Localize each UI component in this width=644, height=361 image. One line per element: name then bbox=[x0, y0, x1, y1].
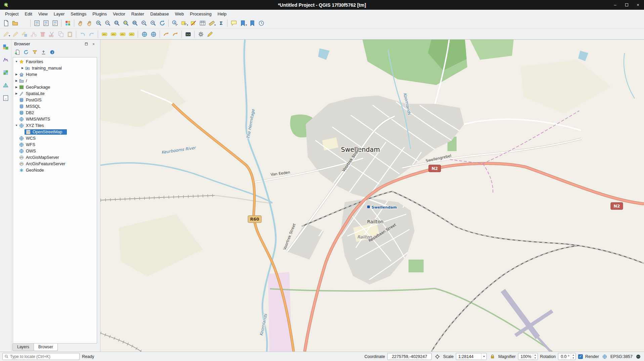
magnifier-spinbox[interactable]: 100% ▲▼ bbox=[518, 353, 538, 360]
open-project-button[interactable] bbox=[10, 19, 19, 28]
maximize-icon[interactable] bbox=[624, 2, 629, 8]
menu-settings[interactable]: Settings bbox=[68, 11, 89, 17]
spin-up-icon[interactable]: ▲ bbox=[571, 353, 575, 357]
menu-project[interactable]: Project bbox=[2, 11, 22, 17]
cut-features-button[interactable] bbox=[47, 30, 56, 39]
properties-widget-button[interactable] bbox=[48, 48, 56, 56]
refresh-browser-button[interactable] bbox=[22, 48, 30, 56]
zoom-in-button[interactable] bbox=[94, 19, 103, 28]
layer-labeling-button[interactable] bbox=[100, 30, 109, 39]
tree-item-geopackage[interactable]: ▶GeoPackage bbox=[13, 84, 97, 90]
map-tips-button[interactable] bbox=[229, 19, 238, 28]
rotation-spinbox[interactable]: 0.0 ° ▲▼ bbox=[558, 353, 576, 360]
menu-database[interactable]: Database bbox=[147, 11, 172, 17]
metasearch-button[interactable] bbox=[140, 30, 149, 39]
undo-button[interactable] bbox=[78, 30, 87, 39]
tree-item-root[interactable]: ▶/ bbox=[13, 78, 97, 84]
spin-up-icon[interactable]: ▲ bbox=[533, 353, 538, 357]
extents-toggle-button[interactable] bbox=[434, 353, 441, 360]
panel-float-button[interactable] bbox=[84, 42, 88, 46]
delete-selected-button[interactable] bbox=[38, 30, 47, 39]
expand-arrow-icon[interactable]: ▶ bbox=[14, 92, 18, 95]
new-project-button[interactable] bbox=[1, 19, 10, 28]
pan-map-button[interactable] bbox=[76, 19, 85, 28]
new-print-layout-button[interactable] bbox=[32, 19, 41, 28]
redo-button[interactable] bbox=[87, 30, 96, 39]
tab-layers[interactable]: Layers bbox=[12, 344, 34, 351]
tree-item-db2[interactable]: DB2 bbox=[13, 109, 97, 116]
deselect-features-button[interactable] bbox=[189, 19, 198, 28]
show-spatial-bookmarks-button[interactable] bbox=[248, 19, 257, 28]
tab-browser[interactable]: Browser bbox=[34, 344, 58, 351]
menu-processing[interactable]: Processing bbox=[187, 11, 214, 17]
annotation-button[interactable] bbox=[205, 30, 214, 39]
open-attribute-table-button[interactable] bbox=[198, 19, 207, 28]
statistical-summary-button[interactable] bbox=[216, 19, 225, 28]
layer-diagrams-button[interactable] bbox=[109, 30, 118, 39]
copy-features-button[interactable] bbox=[56, 30, 65, 39]
menu-edit[interactable]: Edit bbox=[22, 11, 35, 17]
lock-scale-button[interactable] bbox=[489, 353, 496, 360]
add-mesh-layer-button[interactable] bbox=[1, 81, 10, 90]
tree-item-favorites[interactable]: ▼Favorites bbox=[13, 58, 97, 65]
tree-item-mssql[interactable]: MSSQL bbox=[13, 103, 97, 109]
save-layer-edits-button[interactable] bbox=[20, 30, 29, 39]
chevron-down-icon[interactable]: ▾ bbox=[246, 24, 247, 27]
coordinate-input[interactable] bbox=[387, 353, 432, 360]
expand-arrow-icon[interactable]: ▶ bbox=[14, 79, 18, 82]
zoom-next-button[interactable] bbox=[148, 19, 158, 28]
tree-item-openstreetmap[interactable]: OpenStreetMap bbox=[13, 129, 97, 135]
chevron-down-icon[interactable]: ▾ bbox=[481, 353, 486, 360]
save-project-button[interactable] bbox=[19, 19, 29, 28]
map-canvas[interactable]: N2 N2 R60 Swellendam Railton Railton Swe… bbox=[100, 40, 644, 352]
openstreetmap-view[interactable]: N2 N2 R60 Swellendam Railton Railton Swe… bbox=[100, 40, 644, 352]
tree-item-wfs[interactable]: WFS bbox=[13, 141, 97, 148]
menu-web[interactable]: Web bbox=[172, 11, 187, 17]
toggle-editing-button[interactable] bbox=[11, 30, 20, 39]
zoom-out-button[interactable] bbox=[103, 19, 112, 28]
rotate-label-button[interactable] bbox=[171, 30, 180, 39]
python-console-button[interactable] bbox=[183, 30, 192, 39]
zoom-last-button[interactable] bbox=[139, 19, 148, 28]
temporal-controller-button[interactable] bbox=[257, 19, 266, 28]
tree-item-wcs[interactable]: WCS bbox=[13, 135, 97, 141]
menu-plugins[interactable]: Plugins bbox=[89, 11, 110, 17]
zoom-to-selection-button[interactable] bbox=[121, 19, 130, 28]
close-icon[interactable]: × bbox=[635, 2, 641, 8]
locate-input[interactable] bbox=[10, 354, 78, 359]
current-edits-button[interactable] bbox=[1, 30, 10, 39]
tree-item-wms[interactable]: WMS/WMTS bbox=[13, 116, 97, 122]
spin-down-icon[interactable]: ▼ bbox=[533, 357, 538, 360]
menu-help[interactable]: Help bbox=[215, 11, 230, 17]
expand-arrow-icon[interactable]: ▶ bbox=[14, 73, 18, 76]
tree-item-home[interactable]: ▶Home bbox=[13, 71, 97, 78]
tree-item-geonode[interactable]: GeoNode bbox=[13, 167, 97, 173]
minimize-icon[interactable]: – bbox=[612, 2, 618, 8]
refresh-map-button[interactable] bbox=[158, 19, 167, 28]
chevron-down-icon[interactable]: ▾ bbox=[187, 24, 188, 27]
menu-vector[interactable]: Vector bbox=[110, 11, 128, 17]
collapse-all-button[interactable] bbox=[40, 48, 47, 56]
pin-labels-button[interactable] bbox=[118, 30, 127, 39]
add-vector-layer-button[interactable] bbox=[1, 55, 10, 64]
menu-raster[interactable]: Raster bbox=[128, 11, 147, 17]
chevron-down-icon[interactable]: ▾ bbox=[214, 24, 216, 27]
zoom-full-button[interactable] bbox=[112, 19, 121, 28]
tree-item-training-manual[interactable]: ▶training_manual bbox=[13, 65, 97, 71]
style-manager-button[interactable] bbox=[63, 19, 72, 28]
tree-item-spatialite[interactable]: ▶SpatiaLite bbox=[13, 90, 97, 97]
add-delimited-text-layer-button[interactable] bbox=[1, 93, 10, 103]
expand-arrow-icon[interactable]: ▼ bbox=[14, 124, 18, 127]
panel-close-button[interactable]: × bbox=[91, 42, 96, 46]
messages-button[interactable] bbox=[635, 353, 642, 360]
tree-item-ows[interactable]: OWS bbox=[13, 148, 97, 154]
menu-view[interactable]: View bbox=[35, 11, 51, 17]
expand-arrow-icon[interactable]: ▶ bbox=[14, 86, 18, 89]
add-raster-layer-button[interactable] bbox=[1, 68, 10, 77]
new-report-button[interactable] bbox=[41, 19, 50, 28]
layout-manager-button[interactable] bbox=[50, 19, 59, 28]
crs-label[interactable]: EPSG:3857 bbox=[610, 354, 633, 359]
tree-item-arcgis-mapserver[interactable]: ArcGisMapServer bbox=[13, 154, 97, 161]
identify-features-button[interactable] bbox=[170, 19, 179, 28]
processing-toolbox-button[interactable] bbox=[196, 30, 205, 39]
